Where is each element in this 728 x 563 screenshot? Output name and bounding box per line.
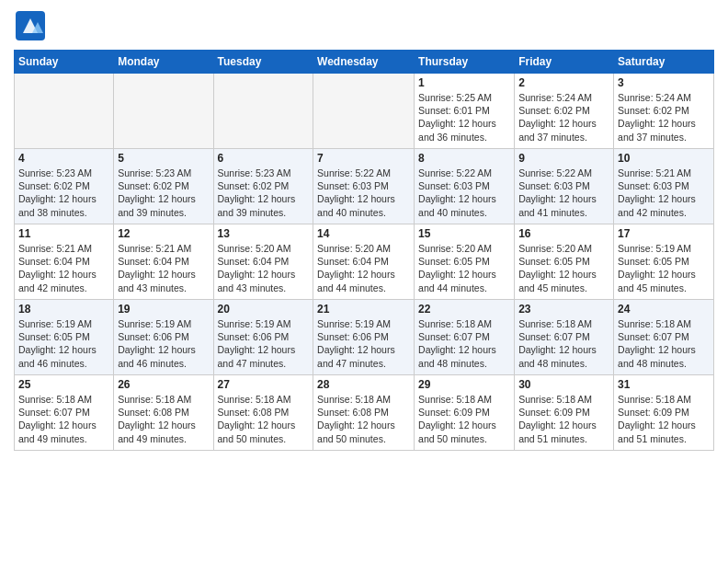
day-number: 24	[618, 303, 710, 316]
day-number: 1	[418, 76, 510, 89]
day-number: 6	[218, 152, 310, 165]
day-info: Sunrise: 5:22 AM Sunset: 6:03 PM Dayligh…	[518, 167, 609, 219]
calendar-cell: 17Sunrise: 5:19 AM Sunset: 6:05 PM Dayli…	[614, 224, 714, 300]
calendar-cell: 30Sunrise: 5:18 AM Sunset: 6:09 PM Dayli…	[515, 375, 614, 451]
calendar-cell: 14Sunrise: 5:20 AM Sunset: 6:04 PM Dayli…	[313, 224, 415, 300]
day-info: Sunrise: 5:20 AM Sunset: 6:05 PM Dayligh…	[518, 242, 609, 294]
calendar-cell: 4Sunrise: 5:23 AM Sunset: 6:02 PM Daylig…	[15, 149, 114, 224]
page-container: SundayMondayTuesdayWednesdayThursdayFrid…	[0, 0, 728, 460]
day-number: 30	[518, 378, 609, 391]
day-number: 11	[18, 227, 109, 240]
day-number: 9	[518, 152, 609, 165]
day-number: 22	[418, 303, 510, 316]
day-info: Sunrise: 5:25 AM Sunset: 6:01 PM Dayligh…	[418, 91, 510, 144]
calendar-week-row: 4Sunrise: 5:23 AM Sunset: 6:02 PM Daylig…	[15, 149, 714, 224]
calendar-cell: 9Sunrise: 5:22 AM Sunset: 6:03 PM Daylig…	[515, 149, 614, 224]
day-info: Sunrise: 5:18 AM Sunset: 6:09 PM Dayligh…	[518, 393, 609, 445]
calendar-cell: 29Sunrise: 5:18 AM Sunset: 6:09 PM Dayli…	[415, 375, 515, 451]
day-info: Sunrise: 5:18 AM Sunset: 6:08 PM Dayligh…	[317, 393, 410, 445]
calendar-cell: 18Sunrise: 5:19 AM Sunset: 6:05 PM Dayli…	[15, 300, 114, 375]
calendar-cell: 1Sunrise: 5:25 AM Sunset: 6:01 PM Daylig…	[415, 74, 515, 149]
calendar-cell	[15, 74, 114, 149]
day-info: Sunrise: 5:18 AM Sunset: 6:09 PM Dayligh…	[418, 393, 510, 445]
day-number: 3	[618, 76, 710, 89]
day-number: 7	[317, 152, 410, 165]
calendar-week-row: 1Sunrise: 5:25 AM Sunset: 6:01 PM Daylig…	[15, 74, 714, 149]
day-info: Sunrise: 5:22 AM Sunset: 6:03 PM Dayligh…	[317, 167, 410, 219]
day-number: 2	[518, 76, 609, 89]
day-info: Sunrise: 5:21 AM Sunset: 6:04 PM Dayligh…	[118, 242, 209, 294]
weekday-header-wednesday: Wednesday	[313, 51, 415, 74]
day-info: Sunrise: 5:19 AM Sunset: 6:05 PM Dayligh…	[18, 317, 109, 370]
calendar-cell: 19Sunrise: 5:19 AM Sunset: 6:06 PM Dayli…	[114, 300, 213, 375]
day-info: Sunrise: 5:18 AM Sunset: 6:08 PM Dayligh…	[218, 393, 310, 445]
calendar-cell: 8Sunrise: 5:22 AM Sunset: 6:03 PM Daylig…	[415, 149, 515, 224]
day-number: 27	[218, 378, 310, 391]
day-number: 31	[618, 378, 710, 391]
day-number: 18	[18, 303, 109, 316]
calendar-cell: 5Sunrise: 5:23 AM Sunset: 6:02 PM Daylig…	[114, 149, 213, 224]
calendar-cell: 26Sunrise: 5:18 AM Sunset: 6:08 PM Dayli…	[114, 375, 213, 451]
day-number: 13	[218, 227, 310, 240]
calendar-cell: 24Sunrise: 5:18 AM Sunset: 6:07 PM Dayli…	[614, 300, 714, 375]
day-number: 20	[218, 303, 310, 316]
day-info: Sunrise: 5:21 AM Sunset: 6:03 PM Dayligh…	[618, 167, 710, 219]
calendar-cell: 27Sunrise: 5:18 AM Sunset: 6:08 PM Dayli…	[213, 375, 313, 451]
weekday-header-monday: Monday	[114, 51, 213, 74]
day-info: Sunrise: 5:20 AM Sunset: 6:04 PM Dayligh…	[218, 242, 310, 294]
calendar-cell: 15Sunrise: 5:20 AM Sunset: 6:05 PM Dayli…	[415, 224, 515, 300]
day-number: 8	[418, 152, 510, 165]
day-info: Sunrise: 5:18 AM Sunset: 6:07 PM Dayligh…	[418, 317, 510, 370]
calendar-week-row: 25Sunrise: 5:18 AM Sunset: 6:07 PM Dayli…	[15, 375, 714, 451]
day-info: Sunrise: 5:22 AM Sunset: 6:03 PM Dayligh…	[418, 167, 510, 219]
day-number: 25	[18, 378, 109, 391]
calendar-cell: 25Sunrise: 5:18 AM Sunset: 6:07 PM Dayli…	[15, 375, 114, 451]
day-number: 28	[317, 378, 410, 391]
day-number: 14	[317, 227, 410, 240]
day-info: Sunrise: 5:18 AM Sunset: 6:07 PM Dayligh…	[18, 393, 109, 445]
calendar: SundayMondayTuesdayWednesdayThursdayFrid…	[14, 50, 714, 451]
calendar-cell: 13Sunrise: 5:20 AM Sunset: 6:04 PM Dayli…	[213, 224, 313, 300]
day-number: 23	[518, 303, 609, 316]
calendar-cell: 28Sunrise: 5:18 AM Sunset: 6:08 PM Dayli…	[313, 375, 415, 451]
weekday-header-tuesday: Tuesday	[213, 51, 313, 74]
day-number: 16	[518, 227, 609, 240]
header	[14, 9, 714, 42]
calendar-cell	[213, 74, 313, 149]
day-info: Sunrise: 5:18 AM Sunset: 6:08 PM Dayligh…	[118, 393, 209, 445]
calendar-cell: 7Sunrise: 5:22 AM Sunset: 6:03 PM Daylig…	[313, 149, 415, 224]
day-number: 26	[118, 378, 209, 391]
day-info: Sunrise: 5:21 AM Sunset: 6:04 PM Dayligh…	[18, 242, 109, 294]
day-info: Sunrise: 5:24 AM Sunset: 6:02 PM Dayligh…	[518, 91, 609, 144]
weekday-header-friday: Friday	[515, 51, 614, 74]
calendar-cell: 3Sunrise: 5:24 AM Sunset: 6:02 PM Daylig…	[614, 74, 714, 149]
calendar-week-row: 11Sunrise: 5:21 AM Sunset: 6:04 PM Dayli…	[15, 224, 714, 300]
day-number: 10	[618, 152, 710, 165]
calendar-cell: 12Sunrise: 5:21 AM Sunset: 6:04 PM Dayli…	[114, 224, 213, 300]
calendar-cell: 16Sunrise: 5:20 AM Sunset: 6:05 PM Dayli…	[515, 224, 614, 300]
day-info: Sunrise: 5:19 AM Sunset: 6:06 PM Dayligh…	[218, 317, 310, 370]
day-number: 15	[418, 227, 510, 240]
weekday-header-row: SundayMondayTuesdayWednesdayThursdayFrid…	[15, 51, 714, 74]
calendar-cell: 31Sunrise: 5:18 AM Sunset: 6:09 PM Dayli…	[614, 375, 714, 451]
day-info: Sunrise: 5:23 AM Sunset: 6:02 PM Dayligh…	[118, 167, 209, 219]
day-number: 29	[418, 378, 510, 391]
day-info: Sunrise: 5:19 AM Sunset: 6:06 PM Dayligh…	[118, 317, 209, 370]
logo-icon	[14, 9, 47, 42]
weekday-header-sunday: Sunday	[15, 51, 114, 74]
day-info: Sunrise: 5:18 AM Sunset: 6:07 PM Dayligh…	[518, 317, 609, 370]
day-number: 12	[118, 227, 209, 240]
day-info: Sunrise: 5:19 AM Sunset: 6:05 PM Dayligh…	[618, 242, 710, 294]
calendar-cell: 22Sunrise: 5:18 AM Sunset: 6:07 PM Dayli…	[415, 300, 515, 375]
calendar-cell	[313, 74, 415, 149]
day-info: Sunrise: 5:18 AM Sunset: 6:07 PM Dayligh…	[618, 317, 710, 370]
day-number: 19	[118, 303, 209, 316]
day-number: 4	[18, 152, 109, 165]
calendar-cell: 23Sunrise: 5:18 AM Sunset: 6:07 PM Dayli…	[515, 300, 614, 375]
day-info: Sunrise: 5:18 AM Sunset: 6:09 PM Dayligh…	[618, 393, 710, 445]
weekday-header-thursday: Thursday	[415, 51, 515, 74]
day-number: 21	[317, 303, 410, 316]
calendar-cell: 11Sunrise: 5:21 AM Sunset: 6:04 PM Dayli…	[15, 224, 114, 300]
weekday-header-saturday: Saturday	[614, 51, 714, 74]
calendar-cell	[114, 74, 213, 149]
